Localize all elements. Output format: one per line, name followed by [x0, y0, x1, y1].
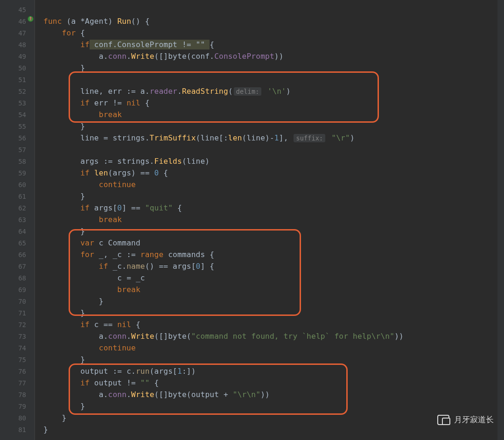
code-line[interactable]: } — [43, 120, 504, 132]
line-number[interactable]: 46 — [0, 15, 35, 27]
minimap-strip[interactable] — [497, 0, 504, 440]
line-number[interactable]: 78 — [0, 389, 35, 400]
line-number[interactable]: 66 — [0, 249, 35, 260]
line-number[interactable]: 72 — [0, 319, 35, 330]
code-line[interactable]: } — [43, 295, 504, 307]
code-line[interactable]: } — [43, 62, 504, 74]
code-line[interactable]: } — [43, 400, 504, 412]
line-number[interactable]: 65 — [0, 237, 35, 249]
code-line[interactable] — [43, 144, 504, 155]
code-line[interactable]: if args[0] == "quit" { — [43, 202, 504, 214]
line-number[interactable]: 47 — [0, 27, 35, 39]
line-number[interactable]: 63 — [0, 214, 35, 225]
line-number[interactable]: 74 — [0, 342, 35, 354]
line-number[interactable]: 60 — [0, 179, 35, 190]
line-number[interactable]: 70 — [0, 295, 35, 307]
code-line[interactable]: break — [43, 109, 504, 120]
code-line[interactable]: c = _c — [43, 272, 504, 284]
line-number[interactable]: 81 — [0, 424, 35, 435]
line-number[interactable]: 64 — [0, 225, 35, 237]
code-editor[interactable]: ! ↑ 454647484950515253545556575859606162… — [0, 0, 504, 440]
line-number[interactable]: 80 — [0, 412, 35, 424]
code-line[interactable]: line, err := a.reader.ReadString(delim: … — [43, 85, 504, 97]
code-line[interactable]: if _c.name() == args[0] { — [43, 260, 504, 272]
line-number[interactable]: 69 — [0, 284, 35, 295]
line-number[interactable]: 68 — [0, 272, 35, 284]
inlay-hint: suffix: — [294, 134, 325, 142]
code-line[interactable]: a.conn.Write([]byte(output + "\r\n")) — [43, 389, 504, 400]
watermark-text: 月牙寂道长 — [454, 414, 494, 425]
gutter: ! ↑ 454647484950515253545556575859606162… — [0, 0, 35, 440]
line-number[interactable] — [0, 435, 35, 440]
line-number[interactable]: 55 — [0, 120, 35, 132]
code-line[interactable]: if err != nil { — [43, 97, 504, 109]
code-line[interactable]: if conf.ConsolePrompt != "" { — [43, 39, 504, 50]
code-line[interactable]: args := strings.Fields(line) — [43, 155, 504, 167]
code-line[interactable]: } — [43, 412, 504, 424]
wechat-icon — [437, 415, 450, 425]
code-line[interactable]: for _, _c := range commands { — [43, 249, 504, 260]
code-line[interactable]: for { — [43, 27, 504, 39]
code-line[interactable]: break — [43, 284, 504, 295]
code-line[interactable]: } — [43, 424, 504, 435]
line-number[interactable]: 56 — [0, 132, 35, 144]
code-line[interactable] — [43, 74, 504, 85]
code-line[interactable]: if c == nil { — [43, 319, 504, 330]
line-number[interactable]: 77 — [0, 377, 35, 389]
code-line[interactable]: break — [43, 214, 504, 225]
line-number[interactable]: 52 — [0, 85, 35, 97]
code-line[interactable]: output := c.run(args[1:]) — [43, 365, 504, 377]
code-line[interactable] — [43, 4, 504, 15]
code-line[interactable]: line = strings.TrimSuffix(line[:len(line… — [43, 132, 504, 144]
line-number[interactable]: 48 — [0, 39, 35, 50]
line-number[interactable]: 57 — [0, 144, 35, 155]
line-number[interactable]: 62 — [0, 202, 35, 214]
code-line[interactable]: a.conn.Write([]byte("command not found, … — [43, 330, 504, 342]
line-number[interactable]: 67 — [0, 260, 35, 272]
watermark: 月牙寂道长 — [437, 414, 494, 425]
line-number[interactable]: 50 — [0, 62, 35, 74]
line-number[interactable]: 61 — [0, 190, 35, 202]
line-number[interactable]: 54 — [0, 109, 35, 120]
line-number[interactable]: 49 — [0, 50, 35, 62]
line-number[interactable]: 73 — [0, 330, 35, 342]
inlay-hint: delim: — [234, 87, 262, 96]
code-line[interactable]: if len(args) == 0 { — [43, 167, 504, 179]
code-line[interactable]: } — [43, 190, 504, 202]
code-line[interactable]: continue — [43, 179, 504, 190]
line-number[interactable]: 79 — [0, 400, 35, 412]
code-line[interactable]: } — [43, 225, 504, 237]
line-number[interactable]: 76 — [0, 365, 35, 377]
code-line[interactable]: a.conn.Write([]byte(conf.ConsolePrompt)) — [43, 50, 504, 62]
code-line[interactable]: continue — [43, 342, 504, 354]
code-line[interactable]: func (a *Agent) Run() { — [43, 15, 504, 27]
line-number[interactable]: 71 — [0, 307, 35, 319]
code-line[interactable]: } — [43, 354, 504, 365]
line-number[interactable]: 53 — [0, 97, 35, 109]
code-line[interactable]: if output != "" { — [43, 377, 504, 389]
line-number[interactable]: 75 — [0, 354, 35, 365]
line-number[interactable]: 58 — [0, 155, 35, 167]
code-area[interactable]: func (a *Agent) Run() { for { if conf.Co… — [35, 0, 504, 440]
code-line[interactable]: } — [43, 307, 504, 319]
line-number[interactable]: 45 — [0, 4, 35, 15]
line-number[interactable]: 51 — [0, 74, 35, 85]
code-line[interactable]: var c Command — [43, 237, 504, 249]
line-number[interactable]: 59 — [0, 167, 35, 179]
